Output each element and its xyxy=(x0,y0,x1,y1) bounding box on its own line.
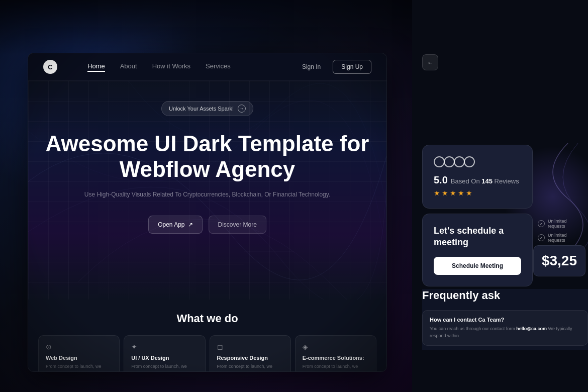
web-design-desc: From concept to launch, we create xyxy=(46,363,112,372)
right-panel: ← 5.0 Based On 145 Reviews ★ ★ ★ ★ ★ Let… xyxy=(412,0,588,392)
unlock-badge-text: Unlock Your Assets Spark! xyxy=(169,106,234,112)
open-app-button[interactable]: Open App ↗ xyxy=(148,216,202,234)
star-2: ★ xyxy=(442,189,448,197)
star-row: ★ ★ ★ ★ ★ xyxy=(434,189,521,197)
services-title: What we do xyxy=(38,312,376,325)
ecommerce-icon: ◈ xyxy=(303,343,369,351)
open-app-label: Open App xyxy=(158,221,184,228)
hero-subtitle: Use High-Quality Visuals Related To Cryp… xyxy=(43,191,371,198)
unlimited-label-1: Unlimited requests xyxy=(548,219,583,229)
star-5: ★ xyxy=(466,189,472,197)
faq-section: Frequently ask How can I contact Ca Team… xyxy=(422,289,588,350)
ecommerce-name: E-commerce Solutions: xyxy=(303,355,369,361)
meeting-title: Let's schedule a meeting xyxy=(434,225,521,249)
score-label: Based On 145 Reviews xyxy=(451,177,519,185)
price-badge: $3,25 xyxy=(533,245,585,276)
audi-ring-3 xyxy=(454,156,465,167)
ui-ux-desc: From concept to launch, we create xyxy=(131,363,198,372)
responsive-name: Responsive Design xyxy=(217,355,283,361)
nav-links: Home About How it Works Services xyxy=(87,62,296,72)
sign-up-button[interactable]: Sign Up xyxy=(333,60,371,74)
score-number: 5.0 xyxy=(434,174,448,186)
ecommerce-desc: From concept to launch, we create xyxy=(303,363,369,372)
service-card-ecommerce[interactable]: ◈ E-commerce Solutions: From concept to … xyxy=(295,335,376,372)
schedule-meeting-button[interactable]: Schedule Meeting xyxy=(434,257,521,275)
responsive-desc: From concept to launch, we create xyxy=(217,363,283,372)
service-card-web-design[interactable]: ⊙ Web Design From concept to launch, we … xyxy=(38,335,120,372)
nav-services[interactable]: Services xyxy=(206,62,231,72)
browser-frame: C Home About How it Works Services Sign … xyxy=(28,53,387,372)
sign-in-button[interactable]: Sign In xyxy=(296,60,327,73)
hero-buttons: Open App ↗ Discover More xyxy=(43,216,371,234)
nav-how-it-works[interactable]: How it Works xyxy=(152,62,190,72)
web-design-name: Web Design xyxy=(46,355,112,361)
services-grid: ⊙ Web Design From concept to launch, we … xyxy=(38,335,376,372)
audi-ring-1 xyxy=(434,156,445,167)
nav-logo: C xyxy=(43,60,57,74)
audi-ring-4 xyxy=(464,156,475,167)
star-3: ★ xyxy=(450,189,456,197)
services-section: What we do ⊙ Web Design From concept to … xyxy=(28,300,386,372)
ui-ux-icon: ✦ xyxy=(131,343,198,351)
unlimited-label-2: Unlimited requests xyxy=(548,233,583,243)
check-icon-2: ✓ xyxy=(538,234,545,241)
star-1: ★ xyxy=(434,189,440,197)
responsive-icon: ◻ xyxy=(217,343,283,351)
back-button[interactable]: ← xyxy=(422,54,438,70)
navbar: C Home About How it Works Services Sign … xyxy=(28,53,386,81)
web-design-icon: ⊙ xyxy=(46,343,112,351)
hero-section: Unlock Your Assets Spark! → Awesome UI D… xyxy=(28,81,386,300)
check-icon-1: ✓ xyxy=(538,220,545,227)
faq-question-1: How can I contact Ca Team? xyxy=(430,317,580,323)
bottom-fade xyxy=(412,352,588,392)
unlock-badge[interactable]: Unlock Your Assets Spark! → xyxy=(161,101,253,116)
review-score-row: 5.0 Based On 145 Reviews xyxy=(434,174,521,186)
discover-more-button[interactable]: Discover More xyxy=(209,216,266,234)
reviews-card: 5.0 Based On 145 Reviews ★ ★ ★ ★ ★ xyxy=(422,145,533,209)
star-4: ★ xyxy=(458,189,464,197)
unlimited-item-1: ✓ Unlimited requests xyxy=(538,219,583,229)
audi-logo xyxy=(434,156,521,167)
left-panel: C Home About How it Works Services Sign … xyxy=(0,0,412,392)
faq-answer-1: You can reach us through our contact for… xyxy=(430,326,580,339)
audi-ring-2 xyxy=(444,156,455,167)
nav-actions: Sign In Sign Up xyxy=(296,60,371,74)
nav-home[interactable]: Home xyxy=(87,62,105,72)
meeting-card: Let's schedule a meeting Schedule Meetin… xyxy=(422,214,533,286)
ui-ux-name: UI / UX Design xyxy=(131,355,198,361)
price-value: $3,25 xyxy=(542,253,577,268)
arrow-icon: → xyxy=(238,105,246,113)
service-card-ui-ux[interactable]: ✦ UI / UX Design From concept to launch,… xyxy=(124,335,205,372)
nav-about[interactable]: About xyxy=(120,62,137,72)
hero-title: Awesome UI Dark Template for Webflow Age… xyxy=(43,131,371,182)
unlimited-item-2: ✓ Unlimited requests xyxy=(538,233,583,243)
service-card-responsive[interactable]: ◻ Responsive Design From concept to laun… xyxy=(210,335,291,372)
faq-title: Frequently ask xyxy=(422,289,588,302)
open-app-arrow-icon: ↗ xyxy=(188,221,193,228)
faq-item-1[interactable]: How can I contact Ca Team? You can reach… xyxy=(422,310,588,346)
top-gradient xyxy=(0,0,412,55)
